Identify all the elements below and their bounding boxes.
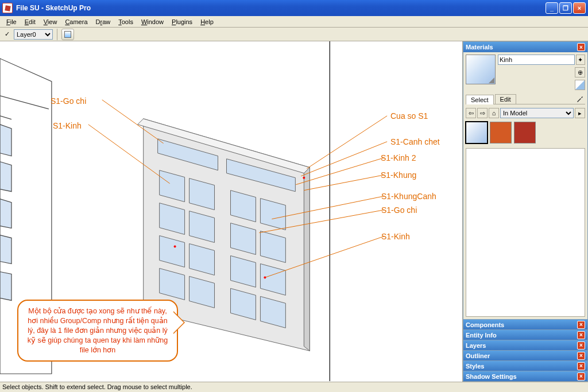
panel-close-icon[interactable]: × [577,341,585,350]
svg-point-41 [303,177,305,179]
menu-bar: File Edit View Camera Draw Tools Window … [0,16,588,28]
panel-close-icon[interactable]: × [577,372,585,381]
material-name-input[interactable] [498,55,575,65]
svg-marker-7 [0,235,11,264]
svg-line-2 [0,96,49,109]
menu-tools[interactable]: Tools [114,17,137,26]
annotation-label: S1-Kinh [53,121,82,130]
panel-layers[interactable]: Layers× [463,340,588,351]
annotation-label: S1-Go chi [51,96,86,106]
layer-color-button[interactable] [61,29,74,40]
svg-point-40 [264,276,266,278]
layer-toolbar: ✓ Layer0 [0,28,588,41]
menu-help[interactable]: Help [196,17,218,26]
close-button[interactable]: × [573,2,586,14]
library-select[interactable]: In Model [500,108,574,118]
annotation-label: S1-Canh chet [390,137,440,146]
layer-select[interactable]: Layer0 [14,29,53,40]
svg-marker-4 [0,125,11,156]
svg-line-30 [102,100,164,143]
panel-close-icon[interactable]: × [577,362,585,370]
side-panel: Materials × ✦ ⊕ [463,41,588,382]
menu-camera[interactable]: Camera [61,17,91,26]
materials-close-icon[interactable]: × [577,43,585,51]
status-text: Select objects. Shift to extend select. … [2,383,192,390]
material-reset-icon[interactable]: ✦ [576,55,585,65]
annotation-label: S1-Khung [381,170,416,180]
nav-home-icon[interactable]: ⌂ [489,108,499,118]
panel-outliner[interactable]: Outliner× [463,351,588,361]
panel-close-icon[interactable]: × [577,331,585,339]
menu-view[interactable]: View [40,17,61,26]
window-title: File SU - SketchUp Pro [16,4,91,12]
callout-bubble: Một bộ cửa được tạo xong sẽ như thế này,… [17,300,178,362]
eyedropper-icon[interactable] [575,94,585,104]
tab-select[interactable]: Select [466,95,494,104]
swatch-kinh[interactable] [466,122,488,143]
status-bar: Select objects. Shift to extend select. … [0,382,588,392]
materials-title: Materials [466,44,493,51]
material-default-icon[interactable] [575,80,585,90]
materials-list-area[interactable] [466,148,585,317]
swatch-grid [466,122,585,143]
menu-plugins[interactable]: Plugins [168,17,196,26]
svg-marker-5 [0,162,11,192]
annotation-label: S1-KhungCanh [381,192,436,201]
annotation-label: S1-Kinh 2 [381,153,416,162]
svg-point-39 [174,246,176,248]
panel-styles[interactable]: Styles× [463,361,588,371]
material-create-icon[interactable]: ⊕ [575,67,585,77]
title-bar: File SU - SketchUp Pro _ ❐ × [0,0,588,16]
panel-close-icon[interactable]: × [577,352,585,360]
material-preview[interactable] [466,55,496,84]
panel-entity-info[interactable]: Entity Info× [463,330,588,340]
svg-line-35 [304,175,384,191]
app-icon [2,3,13,13]
panel-shadow-settings[interactable]: Shadow Settings× [463,371,588,382]
panel-components[interactable]: Components× [463,320,588,330]
svg-marker-8 [0,271,11,300]
nav-fwd-icon[interactable]: ⇨ [477,108,488,118]
annotation-label: S1-Go chi [381,205,417,215]
layer-visible-check[interactable]: ✓ [2,30,11,38]
svg-marker-6 [0,199,11,228]
svg-line-33 [301,142,387,176]
panel-close-icon[interactable]: × [577,321,585,329]
minimize-button[interactable]: _ [546,2,558,14]
svg-marker-11 [304,168,310,351]
nav-back-icon[interactable]: ⇦ [466,108,476,118]
menu-window[interactable]: Window [137,17,168,26]
maximize-button[interactable]: ❐ [559,2,572,14]
annotation-label: S1-Kinh [381,232,410,241]
svg-line-3 [0,116,11,119]
library-menu-icon[interactable]: ▸ [575,108,585,118]
annotation-label: Cua so S1 [390,111,428,121]
swatch-darkred[interactable] [514,122,536,143]
menu-file[interactable]: File [2,17,21,26]
materials-panel: Materials × ✦ ⊕ [463,41,588,320]
viewport[interactable]: S1-Go chi S1-Kinh Cua so S1 S1-Canh chet… [0,41,463,382]
menu-edit[interactable]: Edit [21,17,40,26]
tab-edit[interactable]: Edit [495,94,516,104]
materials-panel-header[interactable]: Materials × [463,42,587,52]
swatch-orange[interactable] [490,122,512,143]
menu-draw[interactable]: Draw [92,17,115,26]
